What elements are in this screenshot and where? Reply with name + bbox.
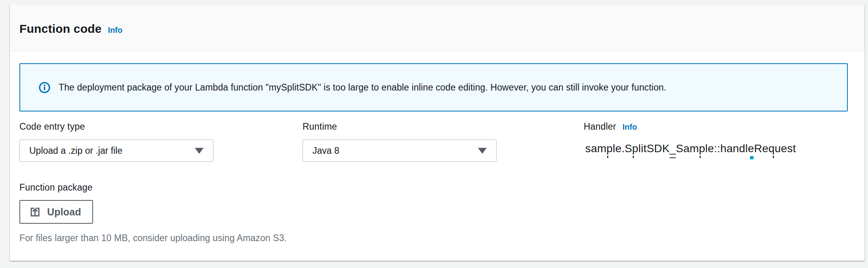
handler-label: Handler <box>584 121 616 132</box>
code-entry-type-label: Code entry type <box>19 121 85 132</box>
function-code-info-link[interactable]: Info <box>108 26 123 35</box>
runtime-select[interactable]: Java 8 <box>303 140 497 162</box>
handler-clipped-text: sample.SplitSDK_Sample::handleRequest <box>585 156 831 159</box>
handler-label-row: Handler Info <box>584 121 848 132</box>
code-settings-row: Code entry type Upload a .zip or .jar fi… <box>19 121 848 162</box>
handler-value: sample.SplitSDK_Sample::handleRequest <box>585 142 848 155</box>
code-entry-type-selected-value: Upload a .zip or .jar file <box>29 145 122 156</box>
runtime-label: Runtime <box>303 121 337 132</box>
panel-body: The deployment package of your Lambda fu… <box>10 51 864 243</box>
info-alert: The deployment package of your Lambda fu… <box>19 63 848 111</box>
caret-down-icon <box>478 148 487 154</box>
upload-button-label: Upload <box>47 206 81 218</box>
function-package-label: Function package <box>19 182 93 193</box>
handler-field: Handler Info sample.SplitSDK_Sample::han… <box>584 121 848 162</box>
upload-icon <box>29 206 41 218</box>
code-entry-type-select[interactable]: Upload a .zip or .jar file <box>19 140 213 162</box>
function-package-section: Function package Upload For files larger… <box>19 182 848 243</box>
handler-clipped-text-artifact: sample.SplitSDK_Sample::handleRequest <box>585 156 831 159</box>
caret-down-icon <box>195 148 204 154</box>
page-title: Function code <box>19 22 102 36</box>
panel-header: Function code Info <box>10 5 864 51</box>
runtime-selected-value: Java 8 <box>312 145 339 156</box>
code-entry-type-field: Code entry type Upload a .zip or .jar fi… <box>19 121 303 162</box>
handler-info-link[interactable]: Info <box>622 123 637 132</box>
function-code-panel: Function code Info The deployment packag… <box>10 5 864 261</box>
alert-message: The deployment package of your Lambda fu… <box>59 82 666 93</box>
runtime-field: Runtime Java 8 <box>303 121 584 162</box>
text-cursor-artifact <box>750 156 754 159</box>
upload-button[interactable]: Upload <box>19 200 93 224</box>
upload-helper-text: For files larger than 10 MB, consider up… <box>19 233 848 243</box>
info-circle-icon <box>38 81 51 94</box>
